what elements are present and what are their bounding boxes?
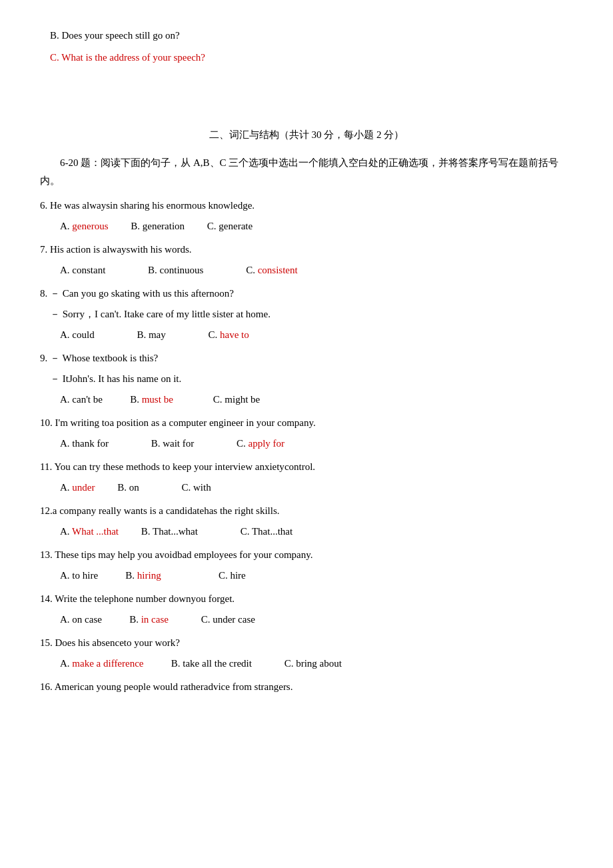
q12-options: A. What ...that B. That...what C. That..… — [60, 523, 573, 541]
section2-title: 二、词汇与结构（共计 30 分，每小题 2 分） — [40, 126, 573, 144]
q13-optA: A. to hire — [60, 567, 103, 585]
q15-text: 15. Does his absence — [40, 637, 124, 648]
q10-optB: B. wait for — [151, 435, 195, 453]
q7-optC: C. consistent — [246, 261, 298, 279]
question-14: 14. Write the telephone number downyou f… — [40, 590, 573, 629]
q6-optC: C. generate — [207, 217, 253, 235]
q10-options: A. thank for B. wait for C. apply for — [60, 435, 573, 453]
option-b-text: B. Does your speech still go on? — [50, 30, 180, 41]
question-8: 8. － Can you go skating with us this aft… — [40, 285, 573, 344]
question-6: 6. He was alwaysin sharing his enormous … — [40, 197, 573, 235]
q11-optC: C. with — [182, 479, 211, 497]
q12-optC: C. That...that — [241, 523, 293, 541]
option-c-text-red: C. What is the address of your speech? — [50, 52, 205, 63]
q6-optA: A. generous — [60, 217, 109, 235]
question-7: 7. His action is alwayswith his words. A… — [40, 241, 573, 279]
question-16: 16. American young people would ratherad… — [40, 678, 573, 696]
q8-optB: B. may — [137, 326, 165, 344]
option-b-line: B. Does your speech still go on? — [40, 27, 573, 45]
q12-optA: A. What ...that — [60, 523, 119, 541]
q6-options: A. generous B. generation C. generate — [60, 217, 573, 235]
q8-line1: 8. － Can you go skating with us this aft… — [40, 288, 234, 299]
q7-mid: with his words. — [130, 244, 191, 255]
q11-options: A. under B. on C. with — [60, 479, 573, 497]
q13-optC: C. hire — [219, 567, 246, 585]
q15-optA: A. make a difference — [60, 655, 149, 673]
q7-optA: A. constant — [60, 261, 105, 279]
q10-optA: A. thank for — [60, 435, 109, 453]
q9-options: A. can't be B. must be C. might be — [60, 391, 573, 409]
q14-options: A. on case B. in case C. under case — [60, 611, 573, 629]
question-13: 13. These tips may help you avoidbad emp… — [40, 546, 573, 585]
q11-optA: A. under — [60, 479, 95, 497]
q13-optB: B. hiring — [125, 567, 196, 585]
question-10: 10. I'm writing toa position as a comput… — [40, 414, 573, 453]
q11-optB: B. on — [117, 479, 139, 497]
q9-optB: B. must be — [130, 391, 191, 409]
q9-optC: C. might be — [213, 391, 260, 409]
top-options-section: B. Does your speech still go on? C. What… — [40, 27, 573, 67]
question-9: 9. － Whose textbook is this? － ItJohn's.… — [40, 349, 573, 409]
q16-text: 16. American young people would rather — [40, 681, 204, 692]
q14-optA: A. on case — [60, 611, 107, 629]
q14-optC: C. under case — [201, 611, 255, 629]
q9-optA: A. can't be — [60, 391, 107, 409]
q15-optC: C. bring about — [285, 655, 342, 673]
q14-text: 14. Write the telephone number down — [40, 593, 191, 604]
q7-options: A. constant B. continuous C. consistent — [60, 261, 573, 279]
q10-text: 10. I'm writing to — [40, 417, 109, 428]
q10-optC: C. apply for — [237, 435, 285, 453]
q11-text: 11. You can try these methods to keep yo… — [40, 461, 285, 472]
q13-text: 13. These tips may help you avoid — [40, 549, 177, 560]
q6-optB: B. generation — [131, 217, 185, 235]
q12-text: 12. — [40, 505, 53, 516]
question-11: 11. You can try these methods to keep yo… — [40, 458, 573, 497]
question-15: 15. Does his absenceto your work? A. mak… — [40, 634, 573, 673]
q13-options: A. to hire B. hiring C. hire — [60, 567, 573, 585]
q7-num: 7. His action is always — [40, 244, 130, 255]
option-c-line: C. What is the address of your speech? — [40, 49, 573, 67]
q7-optB: B. continuous — [148, 261, 203, 279]
q8-line2: － Sorry，I can't. I — [50, 309, 127, 319]
q9-line2: － It — [50, 373, 69, 384]
q8-optA: A. could — [60, 326, 95, 344]
q6-mid: in sharing his enormous knowledge. — [110, 200, 255, 211]
q15-optB: B. take all the credit — [171, 655, 262, 673]
q8-options: A. could B. may C. have to — [60, 326, 573, 344]
q14-optB: B. in case — [129, 611, 179, 629]
q15-options: A. make a difference B. take all the cre… — [60, 655, 573, 673]
q12-optB: B. That...what — [141, 523, 198, 541]
question-12: 12.a company really wants is a candidate… — [40, 502, 573, 541]
section2-instruction: 6-20 题：阅读下面的句子，从 A,B、C 三个选项中选出一个能填入空白处的正… — [40, 154, 573, 190]
q9-line1: 9. － Whose textbook is this? — [40, 353, 158, 363]
q6-num: 6. He was always — [40, 200, 110, 211]
q8-optC: C. have to — [209, 326, 249, 344]
